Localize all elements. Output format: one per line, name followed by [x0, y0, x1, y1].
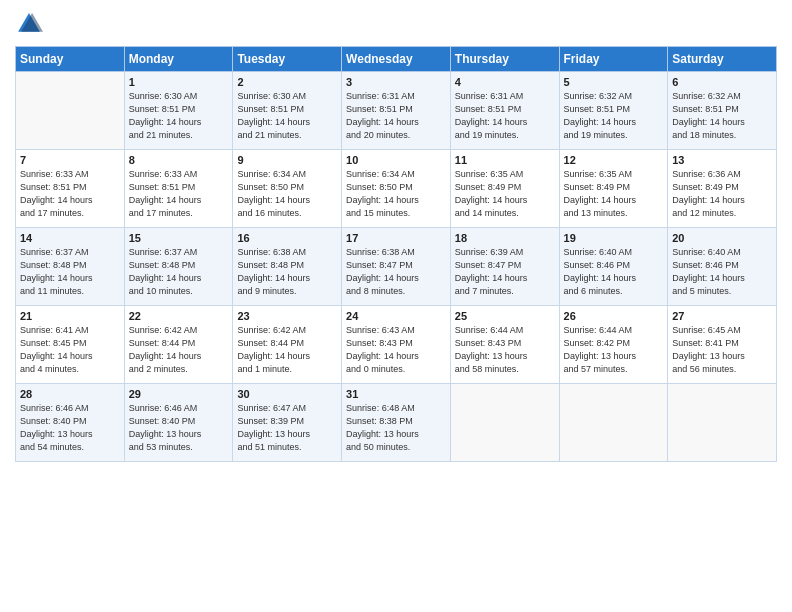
calendar-cell: 23Sunrise: 6:42 AM Sunset: 8:44 PM Dayli…	[233, 306, 342, 384]
day-number: 23	[237, 310, 337, 322]
day-info: Sunrise: 6:42 AM Sunset: 8:44 PM Dayligh…	[129, 324, 229, 376]
calendar-cell: 31Sunrise: 6:48 AM Sunset: 8:38 PM Dayli…	[342, 384, 451, 462]
day-header: Sunday	[16, 47, 125, 72]
calendar-cell: 2Sunrise: 6:30 AM Sunset: 8:51 PM Daylig…	[233, 72, 342, 150]
day-number: 31	[346, 388, 446, 400]
calendar-cell: 21Sunrise: 6:41 AM Sunset: 8:45 PM Dayli…	[16, 306, 125, 384]
day-info: Sunrise: 6:40 AM Sunset: 8:46 PM Dayligh…	[564, 246, 664, 298]
calendar-cell	[559, 384, 668, 462]
day-header: Thursday	[450, 47, 559, 72]
day-number: 16	[237, 232, 337, 244]
calendar-cell: 30Sunrise: 6:47 AM Sunset: 8:39 PM Dayli…	[233, 384, 342, 462]
day-number: 26	[564, 310, 664, 322]
calendar-cell: 10Sunrise: 6:34 AM Sunset: 8:50 PM Dayli…	[342, 150, 451, 228]
day-number: 27	[672, 310, 772, 322]
day-info: Sunrise: 6:44 AM Sunset: 8:43 PM Dayligh…	[455, 324, 555, 376]
calendar-cell: 9Sunrise: 6:34 AM Sunset: 8:50 PM Daylig…	[233, 150, 342, 228]
day-number: 22	[129, 310, 229, 322]
calendar-week-row: 7Sunrise: 6:33 AM Sunset: 8:51 PM Daylig…	[16, 150, 777, 228]
day-number: 3	[346, 76, 446, 88]
day-header: Tuesday	[233, 47, 342, 72]
calendar-cell: 11Sunrise: 6:35 AM Sunset: 8:49 PM Dayli…	[450, 150, 559, 228]
calendar-cell: 20Sunrise: 6:40 AM Sunset: 8:46 PM Dayli…	[668, 228, 777, 306]
day-info: Sunrise: 6:31 AM Sunset: 8:51 PM Dayligh…	[346, 90, 446, 142]
calendar-cell: 7Sunrise: 6:33 AM Sunset: 8:51 PM Daylig…	[16, 150, 125, 228]
calendar-cell: 13Sunrise: 6:36 AM Sunset: 8:49 PM Dayli…	[668, 150, 777, 228]
day-info: Sunrise: 6:40 AM Sunset: 8:46 PM Dayligh…	[672, 246, 772, 298]
calendar-cell	[668, 384, 777, 462]
day-info: Sunrise: 6:45 AM Sunset: 8:41 PM Dayligh…	[672, 324, 772, 376]
calendar-cell	[450, 384, 559, 462]
calendar-cell: 1Sunrise: 6:30 AM Sunset: 8:51 PM Daylig…	[124, 72, 233, 150]
day-number: 10	[346, 154, 446, 166]
calendar-cell: 4Sunrise: 6:31 AM Sunset: 8:51 PM Daylig…	[450, 72, 559, 150]
day-info: Sunrise: 6:46 AM Sunset: 8:40 PM Dayligh…	[129, 402, 229, 454]
calendar-cell: 8Sunrise: 6:33 AM Sunset: 8:51 PM Daylig…	[124, 150, 233, 228]
day-info: Sunrise: 6:30 AM Sunset: 8:51 PM Dayligh…	[237, 90, 337, 142]
calendar-cell: 25Sunrise: 6:44 AM Sunset: 8:43 PM Dayli…	[450, 306, 559, 384]
calendar-cell: 22Sunrise: 6:42 AM Sunset: 8:44 PM Dayli…	[124, 306, 233, 384]
day-header: Saturday	[668, 47, 777, 72]
day-number: 18	[455, 232, 555, 244]
calendar-cell: 5Sunrise: 6:32 AM Sunset: 8:51 PM Daylig…	[559, 72, 668, 150]
calendar-week-row: 14Sunrise: 6:37 AM Sunset: 8:48 PM Dayli…	[16, 228, 777, 306]
day-info: Sunrise: 6:44 AM Sunset: 8:42 PM Dayligh…	[564, 324, 664, 376]
day-number: 19	[564, 232, 664, 244]
day-number: 24	[346, 310, 446, 322]
calendar-cell: 28Sunrise: 6:46 AM Sunset: 8:40 PM Dayli…	[16, 384, 125, 462]
day-number: 1	[129, 76, 229, 88]
day-number: 2	[237, 76, 337, 88]
day-number: 15	[129, 232, 229, 244]
calendar-cell: 17Sunrise: 6:38 AM Sunset: 8:47 PM Dayli…	[342, 228, 451, 306]
day-number: 14	[20, 232, 120, 244]
day-info: Sunrise: 6:41 AM Sunset: 8:45 PM Dayligh…	[20, 324, 120, 376]
day-number: 28	[20, 388, 120, 400]
day-number: 21	[20, 310, 120, 322]
calendar-week-row: 1Sunrise: 6:30 AM Sunset: 8:51 PM Daylig…	[16, 72, 777, 150]
day-info: Sunrise: 6:31 AM Sunset: 8:51 PM Dayligh…	[455, 90, 555, 142]
day-info: Sunrise: 6:42 AM Sunset: 8:44 PM Dayligh…	[237, 324, 337, 376]
day-number: 11	[455, 154, 555, 166]
day-info: Sunrise: 6:48 AM Sunset: 8:38 PM Dayligh…	[346, 402, 446, 454]
day-number: 30	[237, 388, 337, 400]
day-info: Sunrise: 6:30 AM Sunset: 8:51 PM Dayligh…	[129, 90, 229, 142]
day-number: 17	[346, 232, 446, 244]
day-number: 12	[564, 154, 664, 166]
calendar-cell: 18Sunrise: 6:39 AM Sunset: 8:47 PM Dayli…	[450, 228, 559, 306]
day-info: Sunrise: 6:46 AM Sunset: 8:40 PM Dayligh…	[20, 402, 120, 454]
day-header: Friday	[559, 47, 668, 72]
day-number: 5	[564, 76, 664, 88]
day-header: Monday	[124, 47, 233, 72]
day-info: Sunrise: 6:35 AM Sunset: 8:49 PM Dayligh…	[455, 168, 555, 220]
calendar-cell: 15Sunrise: 6:37 AM Sunset: 8:48 PM Dayli…	[124, 228, 233, 306]
calendar-cell: 29Sunrise: 6:46 AM Sunset: 8:40 PM Dayli…	[124, 384, 233, 462]
day-header: Wednesday	[342, 47, 451, 72]
calendar-cell: 24Sunrise: 6:43 AM Sunset: 8:43 PM Dayli…	[342, 306, 451, 384]
day-info: Sunrise: 6:33 AM Sunset: 8:51 PM Dayligh…	[20, 168, 120, 220]
day-info: Sunrise: 6:43 AM Sunset: 8:43 PM Dayligh…	[346, 324, 446, 376]
calendar-cell	[16, 72, 125, 150]
day-info: Sunrise: 6:32 AM Sunset: 8:51 PM Dayligh…	[672, 90, 772, 142]
day-number: 25	[455, 310, 555, 322]
calendar-cell: 3Sunrise: 6:31 AM Sunset: 8:51 PM Daylig…	[342, 72, 451, 150]
day-info: Sunrise: 6:35 AM Sunset: 8:49 PM Dayligh…	[564, 168, 664, 220]
logo-icon	[15, 10, 43, 38]
day-info: Sunrise: 6:34 AM Sunset: 8:50 PM Dayligh…	[237, 168, 337, 220]
calendar-cell: 16Sunrise: 6:38 AM Sunset: 8:48 PM Dayli…	[233, 228, 342, 306]
day-info: Sunrise: 6:38 AM Sunset: 8:47 PM Dayligh…	[346, 246, 446, 298]
day-info: Sunrise: 6:47 AM Sunset: 8:39 PM Dayligh…	[237, 402, 337, 454]
day-number: 29	[129, 388, 229, 400]
day-info: Sunrise: 6:38 AM Sunset: 8:48 PM Dayligh…	[237, 246, 337, 298]
calendar-table: SundayMondayTuesdayWednesdayThursdayFrid…	[15, 46, 777, 462]
day-info: Sunrise: 6:37 AM Sunset: 8:48 PM Dayligh…	[20, 246, 120, 298]
header-row: SundayMondayTuesdayWednesdayThursdayFrid…	[16, 47, 777, 72]
calendar-cell: 14Sunrise: 6:37 AM Sunset: 8:48 PM Dayli…	[16, 228, 125, 306]
header	[15, 10, 777, 38]
day-number: 7	[20, 154, 120, 166]
day-number: 9	[237, 154, 337, 166]
day-number: 20	[672, 232, 772, 244]
day-number: 6	[672, 76, 772, 88]
calendar-week-row: 21Sunrise: 6:41 AM Sunset: 8:45 PM Dayli…	[16, 306, 777, 384]
day-info: Sunrise: 6:33 AM Sunset: 8:51 PM Dayligh…	[129, 168, 229, 220]
day-number: 13	[672, 154, 772, 166]
